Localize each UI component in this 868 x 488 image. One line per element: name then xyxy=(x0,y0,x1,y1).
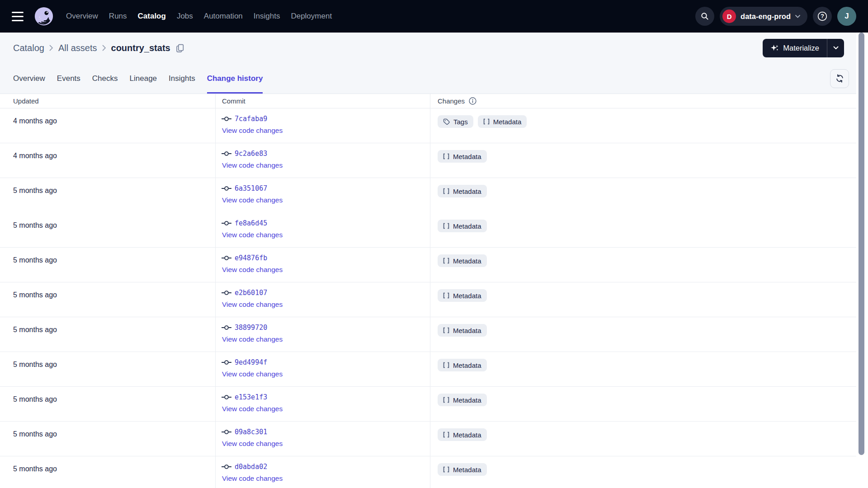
view-code-changes-link[interactable]: View code changes xyxy=(222,405,283,413)
change-badge-metadata: Metadata xyxy=(438,428,487,441)
view-code-changes-link[interactable]: View code changes xyxy=(222,266,283,274)
metadata-brackets-icon xyxy=(443,153,449,160)
nav-item-automation[interactable]: Automation xyxy=(204,12,243,21)
tab-insights[interactable]: Insights xyxy=(169,63,195,94)
change-badge-metadata: Metadata xyxy=(438,394,487,406)
table-row: 5 months ago 09a8c301 View code changes … xyxy=(0,422,868,456)
nav-item-catalog[interactable]: Catalog xyxy=(138,12,166,21)
metadata-brackets-icon xyxy=(443,432,449,438)
change-badge-tags: Tags xyxy=(438,115,473,128)
tab-checks[interactable]: Checks xyxy=(92,63,118,94)
materialize-split-button: Materialize xyxy=(763,39,844,57)
commit-hash-link[interactable]: e94876fb xyxy=(235,254,267,262)
change-badge-label: Metadata xyxy=(453,466,481,474)
menu-icon[interactable] xyxy=(12,12,24,21)
change-badge-label: Metadata xyxy=(453,222,481,230)
column-header-changes: Changes xyxy=(430,94,868,108)
metadata-brackets-icon xyxy=(443,327,449,333)
updated-label: 4 months ago xyxy=(13,152,57,160)
updated-label: 5 months ago xyxy=(13,430,57,438)
asset-name: country_stats xyxy=(111,43,170,53)
user-avatar[interactable]: J xyxy=(837,7,856,26)
change-badge-label: Metadata xyxy=(453,153,481,160)
view-code-changes-link[interactable]: View code changes xyxy=(222,161,283,169)
metadata-brackets-icon xyxy=(443,258,449,264)
view-code-changes-link[interactable]: View code changes xyxy=(222,335,283,343)
commit-hash-link[interactable]: e153e1f3 xyxy=(235,393,267,401)
table-row: 5 months ago d0abda02 View code changes … xyxy=(0,456,868,488)
change-badge-metadata: Metadata xyxy=(438,254,487,267)
updated-label: 5 months ago xyxy=(13,187,57,194)
commit-icon xyxy=(222,221,231,226)
metadata-brackets-icon xyxy=(443,292,449,299)
commit-hash-link[interactable]: fe8a6d45 xyxy=(235,219,267,227)
changes-header-label: Changes xyxy=(438,97,465,105)
breadcrumb-catalog-link[interactable]: Catalog xyxy=(13,43,44,53)
commit-icon xyxy=(222,464,231,469)
nav-item-overview[interactable]: Overview xyxy=(66,12,98,21)
view-code-changes-link[interactable]: View code changes xyxy=(222,231,283,239)
metadata-brackets-icon xyxy=(443,188,449,194)
view-code-changes-link[interactable]: View code changes xyxy=(222,370,283,378)
commit-hash-link[interactable]: 6a351067 xyxy=(235,184,267,192)
nav-item-deployment[interactable]: Deployment xyxy=(291,12,332,21)
breadcrumb-all-assets-link[interactable]: All assets xyxy=(58,43,97,53)
svg-text:?: ? xyxy=(821,13,824,19)
tab-lineage[interactable]: Lineage xyxy=(130,63,157,94)
refresh-button[interactable] xyxy=(830,69,849,88)
change-badge-metadata: Metadata xyxy=(478,115,527,128)
updated-label: 5 months ago xyxy=(13,465,57,473)
nav-item-jobs[interactable]: Jobs xyxy=(177,12,193,21)
commit-icon xyxy=(222,325,231,330)
updated-label: 5 months ago xyxy=(13,361,57,368)
commit-hash-link[interactable]: d0abda02 xyxy=(235,463,267,471)
info-icon[interactable] xyxy=(468,97,477,105)
change-history-table-header: Updated Commit Changes xyxy=(0,94,868,108)
commit-hash-link[interactable]: 09a8c301 xyxy=(235,428,267,436)
view-code-changes-link[interactable]: View code changes xyxy=(222,474,283,483)
updated-label: 5 months ago xyxy=(13,291,57,299)
tab-change-history[interactable]: Change history xyxy=(207,63,263,94)
materialize-button[interactable]: Materialize xyxy=(763,39,827,57)
tab-overview[interactable]: Overview xyxy=(13,63,45,94)
commit-hash-link[interactable]: 9ed4994f xyxy=(235,358,267,366)
materialize-options-button[interactable] xyxy=(827,39,844,57)
commit-icon xyxy=(222,290,231,296)
change-history-table-body: 4 months ago 7cafaba9 View code changes … xyxy=(0,108,868,488)
copy-asset-name-button[interactable] xyxy=(175,43,185,53)
change-badge-metadata: Metadata xyxy=(438,150,487,163)
table-row: 5 months ago e153e1f3 View code changes … xyxy=(0,387,868,422)
column-header-commit: Commit xyxy=(215,94,430,108)
table-row: 4 months ago 9c2a6e83 View code changes … xyxy=(0,143,868,178)
scrollbar-thumb[interactable] xyxy=(859,33,864,455)
breadcrumb-separator-icon xyxy=(102,45,106,51)
asset-tabs: OverviewEventsChecksLineageInsightsChang… xyxy=(0,63,868,94)
dagster-logo[interactable] xyxy=(33,6,54,27)
view-code-changes-link[interactable]: View code changes xyxy=(222,127,283,135)
table-row: 5 months ago e2b60107 View code changes … xyxy=(0,282,868,317)
change-badge-metadata: Metadata xyxy=(438,220,487,232)
change-badge-metadata: Metadata xyxy=(438,324,487,337)
commit-hash-link[interactable]: 7cafaba9 xyxy=(235,115,267,123)
search-button[interactable] xyxy=(695,7,714,26)
change-badge-label: Metadata xyxy=(453,188,481,195)
updated-label: 5 months ago xyxy=(13,326,57,333)
commit-hash-link[interactable]: 9c2a6e83 xyxy=(235,150,267,158)
view-code-changes-link[interactable]: View code changes xyxy=(222,196,283,204)
change-badge-label: Metadata xyxy=(453,327,481,334)
metadata-brackets-icon xyxy=(443,223,449,229)
commit-hash-link[interactable]: 38899720 xyxy=(235,324,267,332)
nav-item-insights[interactable]: Insights xyxy=(254,12,280,21)
tab-events[interactable]: Events xyxy=(57,63,80,94)
change-badge-metadata: Metadata xyxy=(438,185,487,197)
view-code-changes-link[interactable]: View code changes xyxy=(222,440,283,448)
table-row: 5 months ago fe8a6d45 View code changes … xyxy=(0,213,868,248)
change-badge-label: Metadata xyxy=(453,431,481,439)
commit-hash-link[interactable]: e2b60107 xyxy=(235,289,267,297)
help-button[interactable]: ? xyxy=(813,7,832,26)
deployment-switcher[interactable]: D data-eng-prod xyxy=(720,7,807,26)
tabs-list: OverviewEventsChecksLineageInsightsChang… xyxy=(13,63,263,94)
deployment-name: data-eng-prod xyxy=(741,12,791,21)
nav-item-runs[interactable]: Runs xyxy=(109,12,127,21)
view-code-changes-link[interactable]: View code changes xyxy=(222,300,283,309)
